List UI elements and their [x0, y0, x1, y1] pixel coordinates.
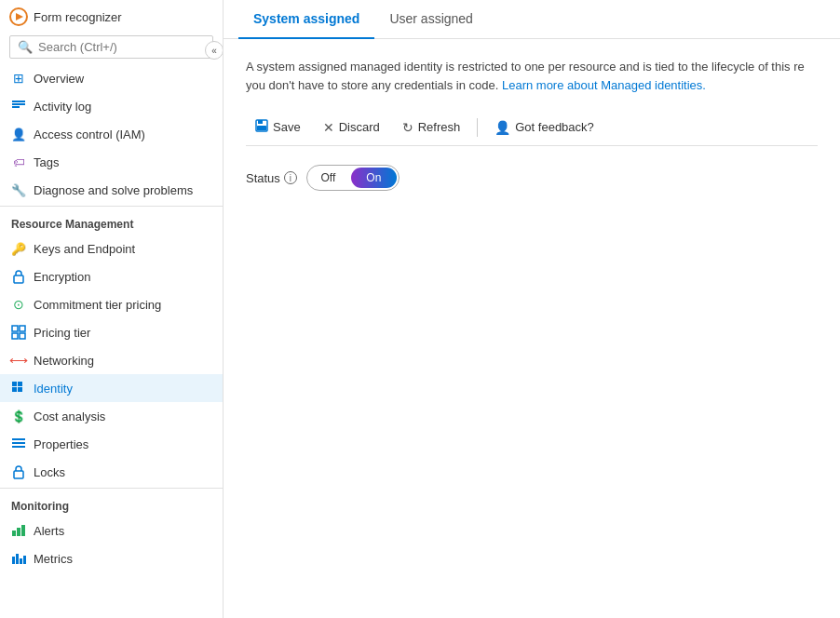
svg-rect-22: [16, 554, 19, 564]
description-text: A system assigned managed identity is re…: [246, 58, 818, 94]
encryption-icon: [11, 269, 26, 284]
svg-rect-18: [12, 531, 16, 536]
nav-pricing-tier-label: Pricing tier: [34, 326, 90, 340]
search-input[interactable]: [38, 40, 205, 54]
collapse-button[interactable]: «: [205, 41, 224, 60]
sidebar: Form recognizer 🔍 « ⊞ Overview Activity …: [0, 0, 224, 618]
nav-locks-label: Locks: [34, 465, 65, 479]
nav-cost-analysis-label: Cost analysis: [34, 410, 105, 423]
nav-alerts[interactable]: Alerts: [0, 517, 223, 544]
nav-alerts-label: Alerts: [34, 524, 64, 538]
tags-icon: 🏷: [11, 154, 26, 169]
discard-icon: ✕: [323, 120, 334, 135]
search-box[interactable]: 🔍: [9, 35, 213, 59]
svg-rect-19: [17, 528, 20, 536]
nav-metrics-label: Metrics: [34, 552, 73, 566]
svg-rect-21: [12, 557, 15, 564]
nav-identity-label: Identity: [34, 382, 73, 396]
identity-icon: [11, 381, 26, 396]
svg-rect-8: [12, 333, 18, 339]
svg-rect-10: [12, 382, 17, 386]
nav-commitment-tier-label: Commitment tier pricing: [34, 298, 161, 312]
nav-pricing-tier[interactable]: Pricing tier: [0, 318, 223, 346]
nav-properties[interactable]: Properties: [0, 430, 223, 458]
nav-commitment-tier[interactable]: ⊙ Commitment tier pricing: [0, 290, 223, 318]
svg-rect-14: [12, 438, 25, 440]
status-info-icon[interactable]: i: [284, 171, 297, 184]
metrics-icon: [11, 551, 26, 566]
discard-button[interactable]: ✕ Discard: [314, 115, 389, 140]
feedback-button[interactable]: 👤 Got feedback?: [485, 115, 603, 140]
svg-rect-23: [20, 558, 22, 564]
status-row: Status i Off On: [246, 165, 818, 191]
toggle-on-label[interactable]: On: [351, 168, 397, 188]
svg-rect-12: [12, 387, 17, 392]
svg-rect-4: [12, 106, 20, 108]
nav-activity-log[interactable]: Activity log: [0, 92, 223, 120]
toolbar-divider: [477, 118, 478, 137]
save-button[interactable]: Save: [246, 114, 310, 140]
nav-tags-label: Tags: [34, 155, 59, 169]
nav-diagnose-label: Diagnose and solve problems: [34, 183, 193, 197]
access-control-icon: 👤: [11, 127, 26, 141]
svg-rect-7: [20, 326, 25, 331]
commitment-tier-icon: ⊙: [11, 297, 26, 312]
overview-icon: ⊞: [11, 71, 26, 86]
nav-encryption-label: Encryption: [34, 270, 90, 284]
brand-icon: [9, 7, 28, 26]
svg-rect-11: [18, 382, 22, 386]
nav-cost-analysis[interactable]: 💲 Cost analysis: [0, 402, 223, 430]
svg-rect-17: [14, 471, 23, 478]
refresh-button[interactable]: ↻ Refresh: [393, 115, 470, 140]
nav-properties-label: Properties: [34, 437, 88, 451]
nav-tags[interactable]: 🏷 Tags: [0, 148, 223, 176]
nav-networking[interactable]: ⟷ Networking: [0, 346, 223, 374]
svg-rect-3: [12, 103, 25, 105]
nav-overview-label: Overview: [34, 72, 84, 86]
resource-section-divider: [0, 206, 223, 207]
tab-system-assigned[interactable]: System assigned: [238, 0, 374, 39]
svg-rect-5: [14, 275, 23, 283]
search-icon: 🔍: [18, 40, 33, 54]
nav-overview[interactable]: ⊞ Overview: [0, 64, 223, 92]
refresh-icon: ↻: [402, 120, 413, 135]
locks-icon: [11, 464, 26, 479]
nav-access-control[interactable]: 👤 Access control (IAM): [0, 120, 223, 148]
networking-icon: ⟷: [11, 353, 26, 368]
status-toggle[interactable]: Off On: [306, 165, 400, 191]
svg-rect-26: [258, 120, 263, 124]
svg-rect-16: [12, 446, 25, 448]
main-content: System assigned User assigned A system a…: [224, 0, 840, 618]
nav-keys-endpoint-label: Keys and Endpoint: [34, 242, 135, 256]
svg-rect-2: [12, 101, 25, 102]
brand-header: Form recognizer: [0, 0, 223, 30]
toolbar: Save ✕ Discard ↻ Refresh 👤 Got feedback?: [246, 109, 818, 146]
learn-more-link[interactable]: Learn more about Managed identities.: [502, 78, 706, 92]
nav-encryption[interactable]: Encryption: [0, 262, 223, 290]
svg-marker-1: [16, 13, 23, 20]
save-icon: [255, 119, 268, 135]
properties-icon: [11, 437, 26, 451]
status-label: Status i: [246, 171, 297, 185]
svg-rect-9: [20, 333, 25, 339]
content-area: A system assigned managed identity is re…: [224, 39, 840, 618]
resource-section-title: Resource Management: [0, 208, 223, 235]
tab-user-assigned[interactable]: User assigned: [374, 0, 488, 39]
svg-rect-27: [257, 126, 266, 130]
nav-diagnose[interactable]: 🔧 Diagnose and solve problems: [0, 176, 223, 204]
alerts-icon: [11, 523, 26, 538]
svg-rect-6: [12, 326, 18, 331]
feedback-icon: 👤: [495, 120, 510, 135]
keys-icon: 🔑: [11, 241, 26, 256]
nav-locks[interactable]: Locks: [0, 458, 223, 486]
nav-keys-endpoint[interactable]: 🔑 Keys and Endpoint: [0, 235, 223, 262]
svg-rect-13: [18, 387, 22, 392]
nav-identity[interactable]: Identity: [0, 374, 223, 402]
svg-rect-15: [12, 442, 25, 444]
pricing-tier-icon: [11, 325, 26, 340]
activity-log-icon: [11, 99, 26, 114]
monitoring-section-divider: [0, 488, 223, 489]
toggle-off-label[interactable]: Off: [307, 168, 349, 188]
nav-metrics[interactable]: Metrics: [0, 544, 223, 572]
svg-rect-24: [23, 556, 26, 564]
